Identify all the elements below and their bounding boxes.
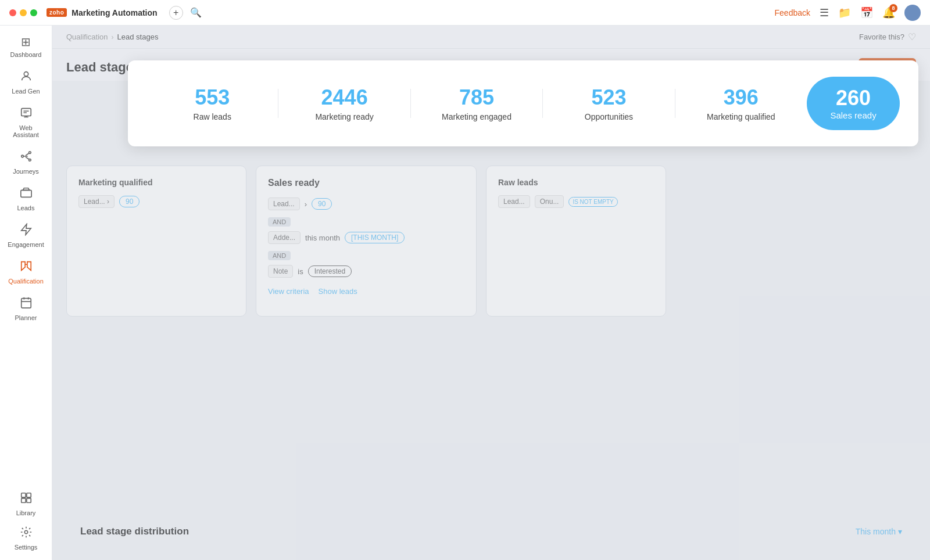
chevron-down-icon: ▾ — [898, 527, 902, 536]
dist-header: Lead stage distribution This month ▾ — [80, 526, 902, 537]
favorite-area: Favorite this? ♡ — [859, 31, 916, 42]
sidebar-item-leads[interactable]: Leads — [3, 182, 49, 216]
this-month-select[interactable]: This month ▾ — [856, 527, 902, 536]
sidebar-label-engagement: Engagement — [8, 241, 44, 248]
svg-point-16 — [24, 530, 28, 534]
sidebar-label-settings: Settings — [15, 544, 38, 551]
field-lead-sr: Lead... — [268, 198, 300, 210]
and-tag-1: AND — [268, 217, 291, 227]
feedback-link[interactable]: Feedback — [775, 8, 810, 17]
notification-badge: 8 — [889, 4, 897, 12]
sidebar-item-engagement[interactable]: Engagement — [3, 218, 49, 253]
title-bar-actions: + 🔍 — [169, 6, 202, 20]
stat-number-marketing-ready: 2446 — [278, 85, 410, 110]
engagement-icon — [20, 223, 33, 239]
main-layout: ⊞ Dashboard Lead Gen Web Assistant Journ… — [0, 26, 930, 560]
journeys-icon — [20, 150, 33, 166]
stat-marketing-engaged: 785 Marketing engaged — [411, 85, 542, 121]
sidebar-label-library: Library — [16, 509, 36, 516]
svg-marker-6 — [27, 262, 30, 271]
sidebar-item-web-assistant[interactable]: Web Assistant — [3, 102, 49, 143]
sidebar-label-planner: Planner — [15, 314, 37, 321]
list-view-icon[interactable]: ☰ — [820, 6, 829, 19]
svg-rect-1 — [21, 109, 31, 116]
op-is: is — [298, 267, 303, 276]
criteria-row-sr-2: Adde... this month [THIS MONTH] — [268, 231, 464, 244]
sales-ready-number: 260 — [825, 86, 881, 110]
sidebar-item-journeys[interactable]: Journeys — [3, 145, 49, 180]
sales-ready-button[interactable]: 260 Sales ready — [807, 77, 900, 130]
lead-gen-icon — [20, 70, 33, 85]
op-gt: › — [305, 200, 307, 209]
svg-rect-15 — [26, 498, 30, 502]
content-area: Qualification › Lead stages Favorite thi… — [52, 26, 930, 560]
stat-raw-leads: 553 Raw leads — [146, 85, 278, 121]
heart-icon[interactable]: ♡ — [908, 31, 916, 42]
criteria-row-sr-3: Note is Interested — [268, 265, 464, 278]
app-logo: zoho Marketing Automation — [46, 8, 158, 17]
stage-cards: Marketing qualified Lead... › 90 Sales r… — [66, 166, 916, 317]
card-footer-sr: View criteria Show leads — [268, 287, 464, 296]
criteria-row-mq: Lead... › 90 — [78, 195, 234, 208]
folder-icon[interactable]: 📁 — [838, 6, 851, 19]
add-button[interactable]: + — [169, 6, 183, 20]
search-icon[interactable]: 🔍 — [190, 7, 202, 18]
sidebar-label-journeys: Journeys — [13, 168, 39, 175]
close-dot[interactable] — [9, 9, 16, 16]
sidebar-item-settings[interactable]: Settings — [3, 521, 49, 555]
web-assistant-icon — [20, 106, 33, 122]
field-lead-rl: Lead... — [498, 195, 530, 208]
leads-icon — [20, 186, 33, 202]
card-raw-leads: Raw leads Lead... Onu... IS NOT EMPTY — [486, 166, 666, 317]
minimize-dot[interactable] — [20, 9, 27, 16]
svg-point-0 — [24, 72, 28, 76]
stat-number-raw-leads: 553 — [146, 85, 278, 110]
sidebar-label-leads: Leads — [17, 204, 35, 211]
badge-not-empty: IS NOT EMPTY — [568, 197, 617, 207]
sidebar: ⊞ Dashboard Lead Gen Web Assistant Journ… — [0, 26, 52, 560]
svg-point-2 — [21, 155, 23, 157]
view-criteria-link[interactable]: View criteria — [268, 287, 309, 296]
svg-rect-12 — [21, 493, 25, 497]
avatar[interactable] — [904, 5, 921, 21]
field-note-sr: Note — [268, 265, 293, 278]
sidebar-item-lead-gen[interactable]: Lead Gen — [3, 65, 49, 99]
sidebar-label-dashboard: Dashboard — [10, 51, 42, 58]
card-sales-ready: Sales ready Lead... › 90 AND Adde... thi… — [256, 166, 477, 317]
sidebar-item-dashboard[interactable]: ⊞ Dashboard — [3, 30, 49, 63]
this-month-label: This month — [856, 527, 896, 536]
op-this-month: this month — [305, 234, 340, 242]
breadcrumb: Qualification › Lead stages — [66, 33, 158, 41]
breadcrumb-parent[interactable]: Qualification — [66, 33, 108, 41]
field-lead-mq: Lead... › — [78, 195, 115, 208]
sidebar-bottom: Library Settings — [3, 487, 49, 555]
card-sr-title: Sales ready — [268, 178, 464, 188]
show-leads-link[interactable]: Show leads — [319, 287, 357, 296]
stat-label-raw-leads: Raw leads — [146, 112, 278, 121]
stat-label-marketing-engaged: Marketing engaged — [411, 112, 542, 121]
stat-marketing-ready: 2446 Marketing ready — [278, 85, 410, 121]
dashboard-icon: ⊞ — [21, 35, 31, 49]
maximize-dot[interactable] — [30, 9, 37, 16]
zoho-badge: zoho — [46, 8, 67, 17]
sidebar-item-library[interactable]: Library — [3, 487, 49, 521]
stat-number-opportunities: 523 — [543, 85, 674, 110]
stats-overlay-card: 553 Raw leads 2446 Marketing ready 785 M… — [128, 60, 918, 146]
badge-mq: 90 — [119, 196, 140, 207]
notification-bell[interactable]: 🔔 8 — [882, 6, 895, 19]
stat-opportunities: 523 Opportunities — [543, 85, 674, 121]
library-icon — [20, 491, 33, 507]
sidebar-item-qualification[interactable]: Qualification — [3, 255, 49, 289]
title-bar: zoho Marketing Automation + 🔍 Feedback ☰… — [0, 0, 930, 26]
calendar-icon[interactable]: 📅 — [860, 6, 873, 19]
badge-sr-90: 90 — [312, 198, 332, 210]
criteria-row-rl: Lead... Onu... IS NOT EMPTY — [498, 195, 654, 208]
sidebar-item-planner[interactable]: Planner — [3, 292, 49, 326]
svg-rect-14 — [21, 498, 25, 502]
card-mq-title: Marketing qualified — [78, 178, 234, 187]
svg-rect-8 — [21, 299, 31, 308]
sidebar-label-qualification: Qualification — [8, 278, 44, 285]
dist-title: Lead stage distribution — [80, 526, 189, 537]
content-scroll: Qualification › Lead stages Favorite thi… — [52, 26, 930, 560]
stat-label-marketing-ready: Marketing ready — [278, 112, 410, 121]
